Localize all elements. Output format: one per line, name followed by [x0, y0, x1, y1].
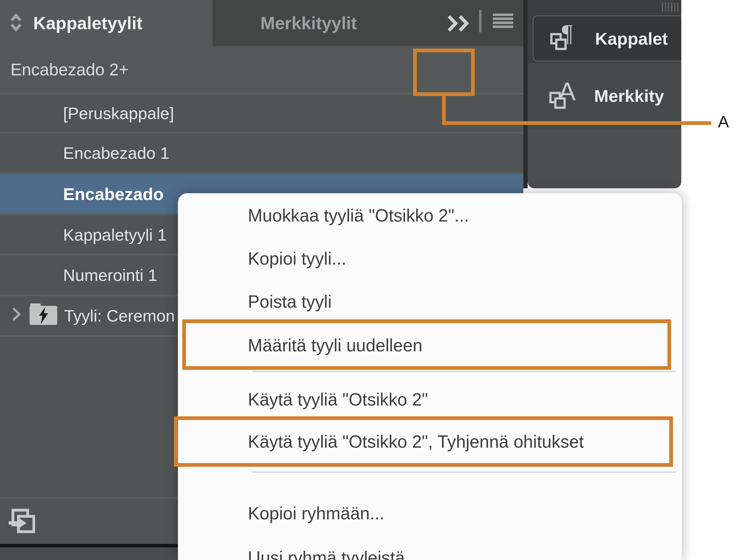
style-row-label: Encabezado [63, 184, 164, 204]
tab-character-styles-label: Merkkityylit [260, 13, 357, 33]
tab-paragraph-styles[interactable]: Kappaletyylit [0, 0, 212, 46]
tabbar-separator [479, 10, 482, 32]
applied-style-name: Encabezado 2+ [10, 46, 129, 93]
style-group-label: Tyyli: Ceremon [64, 306, 175, 325]
callout-connector-line [442, 121, 711, 125]
panel-menu-icon[interactable] [493, 14, 513, 30]
panel-dock: ¶ Kappalet A Merkkity [528, 0, 681, 188]
style-row-label: Numerointi 1 [63, 266, 157, 285]
style-context-menu: Muokkaa tyyliä "Otsikko 2"... Kopioi tyy… [178, 193, 682, 560]
dock-item-label: Merkkity [594, 86, 664, 106]
character-styles-icon: A [547, 78, 584, 114]
callout-label: A [714, 111, 733, 132]
screenshot-root: Kappaletyylit Merkkityylit Encabezado 2+… [0, 0, 733, 560]
dock-item-label: Kappalet [595, 29, 668, 49]
menu-item-delete-style[interactable]: Poista tyyli [178, 291, 682, 312]
paragraph-styles-icon: ¶ [548, 21, 585, 56]
dock-divider[interactable] [523, 0, 528, 188]
dock-item-paragraph-styles[interactable]: ¶ Kappalet [533, 15, 681, 62]
collapse-group-icon[interactable] [447, 14, 470, 34]
dock-item-character-styles[interactable]: A Merkkity [528, 63, 681, 129]
style-row-label: Encabezado 1 [63, 143, 169, 162]
highlight-box-apply-clear-overrides [174, 416, 673, 467]
callout-connector-stem [442, 94, 446, 121]
style-row-label: Kappaletyyli 1 [63, 225, 166, 244]
panel-tab-bar: Kappaletyylit Merkkityylit [0, 0, 523, 46]
new-style-group-icon[interactable] [9, 508, 35, 537]
dock-grip-handle[interactable] [662, 2, 679, 12]
menu-item-edit-style[interactable]: Muokkaa tyyliä "Otsikko 2"... [178, 205, 682, 226]
collapse-panel-icon[interactable] [10, 13, 22, 33]
menu-item-apply-style[interactable]: Käytä tyyliä "Otsikko 2" [178, 389, 682, 410]
highlight-box-redefine-style [182, 319, 671, 370]
tab-character-styles[interactable]: Merkkityylit [212, 0, 405, 46]
menu-separator [252, 471, 676, 473]
style-source-folder-icon [29, 302, 58, 330]
menu-item-copy-to-group[interactable]: Kopioi ryhmään... [178, 502, 682, 524]
menu-item-duplicate-style[interactable]: Kopioi tyyli... [178, 248, 682, 269]
tab-paragraph-styles-label: Kappaletyylit [33, 13, 142, 33]
callout-box-override-badge [413, 49, 475, 96]
style-row-encabezado-1[interactable]: Encabezado 1 [0, 134, 523, 172]
menu-item-new-group-from-styles[interactable]: Uusi ryhmä tyyleistä... [178, 547, 682, 560]
menu-separator [252, 371, 676, 372]
style-row-label: [Peruskappale] [63, 104, 174, 123]
expander-chevron-icon[interactable] [11, 306, 22, 325]
